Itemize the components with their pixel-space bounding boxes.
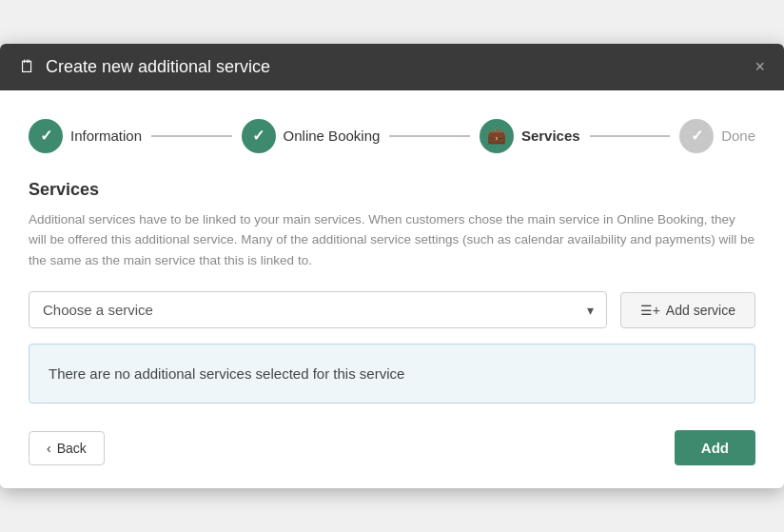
step-done: ✓ Done <box>679 119 755 153</box>
step-circle-information: ✓ <box>29 119 63 153</box>
step-online-booking: ✓ Online Booking <box>242 119 381 153</box>
empty-state-text: There are no additional services selecte… <box>49 365 404 382</box>
close-button[interactable]: × <box>755 58 765 75</box>
step-line-2 <box>389 135 470 137</box>
modal-container: 🗒 Create new additional service × ✓ Info… <box>0 44 784 489</box>
section-title: Services <box>29 180 755 200</box>
step-line-3 <box>590 135 671 137</box>
add-service-icon: ☰+ <box>640 303 660 318</box>
modal-body: ✓ Information ✓ Online Booking 💼 Service… <box>0 90 784 489</box>
add-service-button[interactable]: ☰+ Add service <box>620 292 755 328</box>
modal-footer: ‹ Back Add <box>29 426 755 465</box>
back-label: Back <box>57 441 87 456</box>
step-label-information: Information <box>70 128 142 144</box>
briefcase-icon: 💼 <box>487 127 506 145</box>
modal-header: 🗒 Create new additional service × <box>0 44 784 90</box>
section-description: Additional services have to be linked to… <box>29 209 755 271</box>
add-service-label: Add service <box>666 303 735 318</box>
checkmark-icon-done: ✓ <box>691 127 703 145</box>
step-circle-services: 💼 <box>480 119 514 153</box>
step-information: ✓ Information <box>29 119 142 153</box>
step-circle-online-booking: ✓ <box>242 119 276 153</box>
checkmark-icon-1: ✓ <box>40 127 52 145</box>
service-select-wrapper: Choose a service ▾ <box>29 291 607 328</box>
add-button[interactable]: Add <box>675 430 755 465</box>
chevron-left-icon: ‹ <box>47 441 51 456</box>
checkmark-icon-2: ✓ <box>252 127 265 145</box>
document-icon: 🗒 <box>19 57 36 77</box>
empty-state-box: There are no additional services selecte… <box>29 344 755 404</box>
service-select[interactable]: Choose a service <box>29 291 607 328</box>
step-label-services: Services <box>521 128 580 144</box>
back-button[interactable]: ‹ Back <box>29 431 105 465</box>
step-label-done: Done <box>721 128 755 144</box>
stepper: ✓ Information ✓ Online Booking 💼 Service… <box>29 119 755 153</box>
step-line-1 <box>151 135 232 137</box>
controls-row: Choose a service ▾ ☰+ Add service <box>29 291 755 328</box>
step-label-online-booking: Online Booking <box>284 128 381 144</box>
modal-title: Create new additional service <box>46 57 270 77</box>
step-services: 💼 Services <box>480 119 580 153</box>
modal-header-left: 🗒 Create new additional service <box>19 57 270 77</box>
step-circle-done: ✓ <box>679 119 714 153</box>
